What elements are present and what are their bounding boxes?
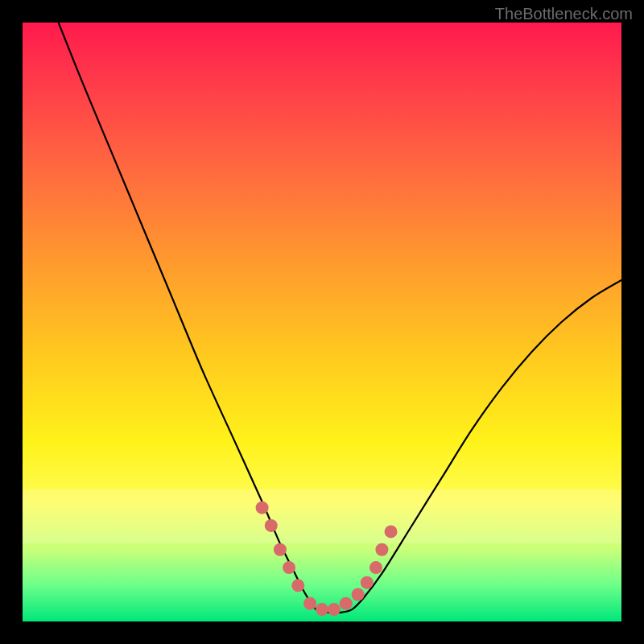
marker-point: [328, 603, 341, 616]
marker-point: [316, 603, 328, 616]
marker-point: [340, 597, 353, 610]
marker-point: [369, 561, 382, 574]
marker-point: [291, 579, 304, 592]
marker-point: [385, 525, 398, 538]
watermark-text: TheBottleneck.com: [495, 5, 633, 23]
chart-svg: [23, 23, 621, 621]
marker-point: [256, 502, 269, 514]
highlight-markers: [256, 502, 398, 616]
marker-point: [283, 561, 295, 574]
marker-point: [274, 543, 287, 556]
marker-point: [361, 576, 374, 589]
bottleneck-curve: [59, 23, 621, 613]
marker-point: [265, 519, 278, 532]
plot-area: [23, 23, 621, 621]
marker-point: [352, 588, 365, 601]
chart-frame: TheBottleneck.com: [0, 0, 644, 644]
marker-point: [303, 597, 316, 610]
marker-point: [375, 543, 388, 556]
